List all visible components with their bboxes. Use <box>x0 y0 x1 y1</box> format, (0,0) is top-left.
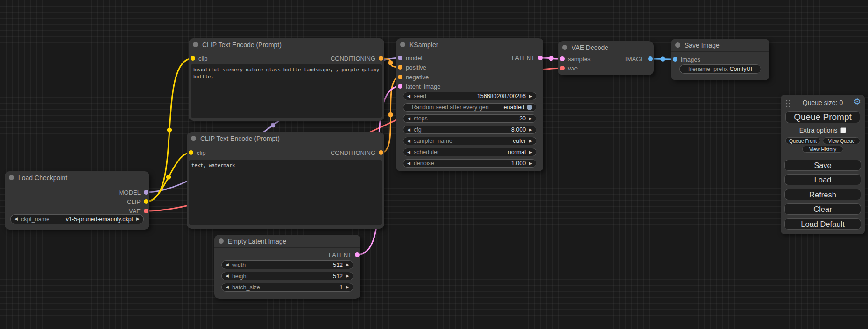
output-port-image[interactable] <box>648 56 653 61</box>
output-label: LATENT <box>329 252 352 259</box>
input-port-model[interactable] <box>398 56 402 60</box>
arrow-right-icon[interactable]: ▶ <box>529 139 532 143</box>
node-title-bar[interactable]: CLIP Text Encode (Prompt) <box>189 38 384 51</box>
node-title-bar[interactable]: VAE Decode <box>558 41 654 54</box>
refresh-button[interactable]: Refresh <box>784 189 861 200</box>
node-load-checkpoint[interactable]: Load Checkpoint MODEL CLIP VAE ◀ ckpt_na… <box>5 171 149 230</box>
view-queue-button[interactable]: View Queue <box>823 137 860 144</box>
input-port-clip[interactable] <box>191 56 195 61</box>
output-label: VAE <box>129 208 141 215</box>
node-vae-decode[interactable]: VAE Decode samples IMAGE vae <box>558 41 654 75</box>
node-clip-text-encode-negative[interactable]: CLIP Text Encode (Prompt) clip CONDITION… <box>187 132 384 229</box>
widget-value: v1-5-pruned-emaonly.ckpt <box>66 216 133 223</box>
node-title-bar[interactable]: KSampler <box>396 38 543 51</box>
arrow-left-icon[interactable]: ◀ <box>407 128 410 132</box>
node-title-bar[interactable]: Load Checkpoint <box>5 171 149 184</box>
queue-front-button[interactable]: Queue Front <box>785 137 820 144</box>
settings-gear-icon[interactable]: ⚙ <box>854 98 861 106</box>
node-title: Load Checkpoint <box>18 174 67 182</box>
output-port-conditioning[interactable] <box>379 150 383 155</box>
extra-options-checkbox[interactable] <box>840 127 846 133</box>
widget-steps[interactable]: ◀ steps 20 ▶ <box>403 114 536 123</box>
node-title-bar[interactable]: CLIP Text Encode (Prompt) <box>187 132 384 145</box>
node-clip-text-encode-positive[interactable]: CLIP Text Encode (Prompt) clip CONDITION… <box>189 38 384 121</box>
output-port-model[interactable] <box>144 190 148 195</box>
arrow-right-icon[interactable]: ▶ <box>529 150 532 154</box>
input-port-latent-image[interactable] <box>398 84 402 89</box>
extra-options-label: Extra options <box>799 126 838 134</box>
input-port-positive[interactable] <box>398 65 402 70</box>
arrow-right-icon[interactable]: ▶ <box>346 263 349 267</box>
widget-batch-size[interactable]: ◀ batch_size 1 ▶ <box>221 283 353 292</box>
widget-ckpt-name[interactable]: ◀ ckpt_name v1-5-pruned-emaonly.ckpt ▶ <box>10 214 144 224</box>
collapse-dot[interactable] <box>191 136 196 141</box>
collapse-dot[interactable] <box>675 42 680 48</box>
arrow-right-icon[interactable]: ▶ <box>136 217 140 221</box>
output-port-latent[interactable] <box>538 56 543 60</box>
widget-random-seed-toggle[interactable]: Random seed after every gen enabled <box>403 103 536 112</box>
widget-filename-prefix[interactable]: filename_prefix ComfyUI <box>679 64 761 74</box>
negative-prompt-textarea[interactable]: text, watermark <box>189 160 382 225</box>
queue-size-label: Queue size: 0 <box>781 99 865 106</box>
widget-height[interactable]: ◀ height 512 ▶ <box>221 272 353 280</box>
arrow-left-icon[interactable]: ◀ <box>226 274 229 278</box>
arrow-right-icon[interactable]: ▶ <box>529 117 532 121</box>
output-port-clip[interactable] <box>144 199 148 204</box>
output-port-latent[interactable] <box>355 252 360 257</box>
input-port-samples[interactable] <box>560 56 565 61</box>
load-button[interactable]: Load <box>784 174 861 185</box>
collapse-dot[interactable] <box>9 175 14 180</box>
output-label: CONDITIONING <box>331 149 375 156</box>
widget-sampler-name[interactable]: ◀ sampler_name euler ▶ <box>403 137 536 145</box>
arrow-right-icon[interactable]: ▶ <box>346 274 349 278</box>
arrow-left-icon[interactable]: ◀ <box>407 139 410 143</box>
node-title: Save Image <box>685 42 720 49</box>
node-title: CLIP Text Encode (Prompt) <box>200 135 280 142</box>
node-save-image[interactable]: Save Image images filename_prefix ComfyU… <box>671 39 769 80</box>
node-title-bar[interactable]: Save Image <box>671 39 769 52</box>
collapse-dot[interactable] <box>193 42 198 47</box>
input-port-images[interactable] <box>673 57 677 62</box>
arrow-right-icon[interactable]: ▶ <box>346 285 349 289</box>
input-port-clip[interactable] <box>189 150 193 155</box>
arrow-right-icon[interactable]: ▶ <box>529 161 532 166</box>
arrow-right-icon[interactable]: ▶ <box>529 128 532 132</box>
node-empty-latent-image[interactable]: Empty Latent Image LATENT ◀ width 512 ▶ … <box>214 235 360 299</box>
view-history-button[interactable]: View History <box>802 146 843 153</box>
arrow-right-icon[interactable]: ▶ <box>529 94 532 98</box>
arrow-left-icon[interactable]: ◀ <box>226 263 229 267</box>
node-ksampler[interactable]: KSampler model LATENT positive negative … <box>396 38 543 171</box>
input-port-vae[interactable] <box>560 66 565 70</box>
arrow-left-icon[interactable]: ◀ <box>407 94 410 98</box>
arrow-left-icon[interactable]: ◀ <box>407 150 410 154</box>
collapse-dot[interactable] <box>219 238 224 244</box>
output-label: LATENT <box>512 55 535 62</box>
positive-prompt-textarea[interactable]: beautiful scenery nature glass bottle la… <box>191 64 382 118</box>
widget-seed[interactable]: ◀ seed 156680208700286 ▶ <box>403 92 536 100</box>
collapse-dot[interactable] <box>400 42 405 47</box>
arrow-left-icon[interactable]: ◀ <box>226 285 229 289</box>
widget-scheduler[interactable]: ◀ scheduler normal ▶ <box>403 148 536 156</box>
arrow-left-icon[interactable]: ◀ <box>407 161 410 166</box>
widget-denoise[interactable]: ◀ denoise 1.000 ▶ <box>403 159 536 168</box>
widget-width[interactable]: ◀ width 512 ▶ <box>221 260 353 269</box>
queue-prompt-button[interactable]: Queue Prompt <box>785 111 860 123</box>
collapse-dot[interactable] <box>562 45 567 50</box>
node-title-bar[interactable]: Empty Latent Image <box>214 235 360 248</box>
output-port-conditioning[interactable] <box>379 56 383 61</box>
input-label: clip <box>198 55 208 62</box>
node-graph-canvas[interactable]: Load Checkpoint MODEL CLIP VAE ◀ ckpt_na… <box>0 0 868 329</box>
widget-cfg[interactable]: ◀ cfg 8.000 ▶ <box>403 126 536 134</box>
output-port-vae[interactable] <box>144 209 148 213</box>
input-port-negative[interactable] <box>398 75 402 79</box>
clear-button[interactable]: Clear <box>784 203 861 215</box>
input-label: clip <box>197 149 206 156</box>
arrow-left-icon[interactable]: ◀ <box>407 117 410 121</box>
widget-label: ckpt_name <box>21 216 49 223</box>
save-button[interactable]: Save <box>784 160 861 171</box>
node-title: KSampler <box>409 41 438 49</box>
toggle-enabled-dot[interactable] <box>527 105 532 110</box>
output-label: IMAGE <box>625 56 645 63</box>
load-default-button[interactable]: Load Default <box>784 218 861 230</box>
arrow-left-icon[interactable]: ◀ <box>14 217 18 221</box>
